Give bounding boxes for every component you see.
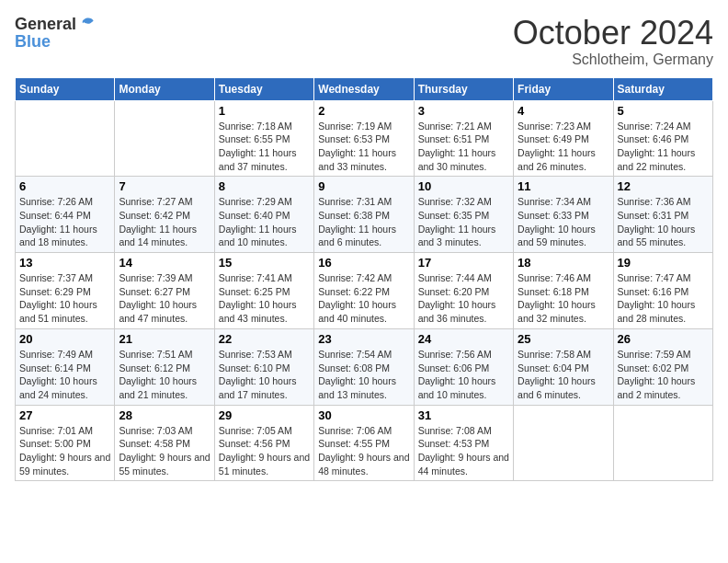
daylight-text: Daylight: 10 hours and 24 minutes. <box>19 375 97 400</box>
calendar-day-cell: 16 Sunrise: 7:42 AM Sunset: 6:22 PM Dayl… <box>314 253 414 329</box>
sunset-text: Sunset: 6:27 PM <box>119 286 190 297</box>
sunset-text: Sunset: 6:12 PM <box>119 362 190 373</box>
weekday-header-thursday: Thursday <box>414 77 513 100</box>
calendar-day-cell: 4 Sunrise: 7:23 AM Sunset: 6:49 PM Dayli… <box>514 100 613 177</box>
weekday-header-saturday: Saturday <box>613 77 712 100</box>
calendar-week-row: 13 Sunrise: 7:37 AM Sunset: 6:29 PM Dayl… <box>16 253 713 329</box>
sunset-text: Sunset: 6:20 PM <box>418 286 490 297</box>
sunrise-text: Sunrise: 7:23 AM <box>518 121 591 132</box>
calendar-day-cell: 30 Sunrise: 7:06 AM Sunset: 4:55 PM Dayl… <box>314 405 414 481</box>
daylight-text: Daylight: 10 hours and 36 minutes. <box>418 299 496 324</box>
daylight-text: Daylight: 9 hours and 48 minutes. <box>318 452 409 477</box>
sunrise-text: Sunrise: 7:46 AM <box>518 272 591 283</box>
title-block: October 2024 Schlotheim, Germany <box>513 15 713 68</box>
sunset-text: Sunset: 6:29 PM <box>19 286 91 297</box>
sunset-text: Sunset: 4:55 PM <box>318 438 390 449</box>
sunrise-text: Sunrise: 7:41 AM <box>219 272 292 283</box>
daylight-text: Daylight: 10 hours and 32 minutes. <box>518 299 596 324</box>
calendar-day-cell: 25 Sunrise: 7:58 AM Sunset: 6:04 PM Dayl… <box>514 328 613 405</box>
calendar-day-cell: 26 Sunrise: 7:59 AM Sunset: 6:02 PM Dayl… <box>613 328 712 405</box>
daylight-text: Daylight: 10 hours and 59 minutes. <box>518 224 596 248</box>
calendar-day-cell: 27 Sunrise: 7:01 AM Sunset: 5:00 PM Dayl… <box>16 405 115 481</box>
day-number: 1 <box>219 104 310 118</box>
sunset-text: Sunset: 6:42 PM <box>119 210 190 221</box>
day-number: 23 <box>318 332 409 346</box>
day-number: 31 <box>418 408 509 422</box>
sunrise-text: Sunrise: 7:21 AM <box>418 121 492 132</box>
day-info: Sunrise: 7:03 AM Sunset: 4:58 PM Dayligh… <box>119 424 210 478</box>
daylight-text: Daylight: 10 hours and 55 minutes. <box>618 224 696 248</box>
day-number: 6 <box>19 179 110 193</box>
day-info: Sunrise: 7:46 AM Sunset: 6:18 PM Dayligh… <box>518 271 609 326</box>
daylight-text: Daylight: 11 hours and 30 minutes. <box>418 147 496 172</box>
daylight-text: Daylight: 10 hours and 40 minutes. <box>318 299 396 324</box>
day-number: 22 <box>219 332 310 346</box>
daylight-text: Daylight: 11 hours and 10 minutes. <box>219 224 297 248</box>
calendar-week-row: 6 Sunrise: 7:26 AM Sunset: 6:44 PM Dayli… <box>16 177 713 253</box>
sunset-text: Sunset: 5:00 PM <box>19 438 91 449</box>
day-info: Sunrise: 7:59 AM Sunset: 6:02 PM Dayligh… <box>618 348 709 402</box>
day-number: 28 <box>119 408 210 422</box>
sunrise-text: Sunrise: 7:53 AM <box>219 349 292 360</box>
day-info: Sunrise: 7:42 AM Sunset: 6:22 PM Dayligh… <box>318 271 409 326</box>
sunrise-text: Sunrise: 7:36 AM <box>618 196 691 207</box>
day-number: 30 <box>318 408 409 422</box>
logo-blue-text: Blue <box>15 33 51 50</box>
daylight-text: Daylight: 9 hours and 44 minutes. <box>418 452 509 477</box>
day-info: Sunrise: 7:39 AM Sunset: 6:27 PM Dayligh… <box>119 271 210 326</box>
sunrise-text: Sunrise: 7:31 AM <box>318 196 392 207</box>
day-number: 25 <box>518 332 609 346</box>
weekday-header-tuesday: Tuesday <box>214 77 313 100</box>
calendar-day-cell <box>514 405 613 481</box>
calendar-day-cell: 29 Sunrise: 7:05 AM Sunset: 4:56 PM Dayl… <box>214 405 313 481</box>
sunrise-text: Sunrise: 7:59 AM <box>618 349 691 360</box>
day-info: Sunrise: 7:44 AM Sunset: 6:20 PM Dayligh… <box>418 271 509 326</box>
calendar-week-row: 20 Sunrise: 7:49 AM Sunset: 6:14 PM Dayl… <box>16 328 713 405</box>
calendar-day-cell: 21 Sunrise: 7:51 AM Sunset: 6:12 PM Dayl… <box>115 328 214 405</box>
calendar-day-cell <box>613 405 712 481</box>
location-title: Schlotheim, Germany <box>513 52 713 68</box>
day-info: Sunrise: 7:53 AM Sunset: 6:10 PM Dayligh… <box>219 348 310 402</box>
daylight-text: Daylight: 9 hours and 59 minutes. <box>19 452 110 477</box>
daylight-text: Daylight: 11 hours and 14 minutes. <box>119 224 197 248</box>
sunset-text: Sunset: 6:38 PM <box>318 210 390 221</box>
sunset-text: Sunset: 6:06 PM <box>418 362 490 373</box>
sunrise-text: Sunrise: 7:26 AM <box>19 196 93 207</box>
calendar-day-cell: 10 Sunrise: 7:32 AM Sunset: 6:35 PM Dayl… <box>414 177 513 253</box>
page-header: General Blue October 2024 Schlotheim, Ge… <box>15 15 713 68</box>
sunrise-text: Sunrise: 7:29 AM <box>219 196 292 207</box>
calendar-day-cell: 8 Sunrise: 7:29 AM Sunset: 6:40 PM Dayli… <box>214 177 313 253</box>
sunset-text: Sunset: 6:08 PM <box>318 362 390 373</box>
sunset-text: Sunset: 6:25 PM <box>219 286 290 297</box>
day-number: 8 <box>219 179 310 193</box>
daylight-text: Daylight: 10 hours and 6 minutes. <box>518 375 596 400</box>
sunrise-text: Sunrise: 7:27 AM <box>119 196 192 207</box>
day-info: Sunrise: 7:32 AM Sunset: 6:35 PM Dayligh… <box>418 195 509 249</box>
sunset-text: Sunset: 6:04 PM <box>518 362 589 373</box>
daylight-text: Daylight: 11 hours and 37 minutes. <box>219 147 297 172</box>
calendar-day-cell: 24 Sunrise: 7:56 AM Sunset: 6:06 PM Dayl… <box>414 328 513 405</box>
calendar-day-cell: 13 Sunrise: 7:37 AM Sunset: 6:29 PM Dayl… <box>16 253 115 329</box>
day-info: Sunrise: 7:01 AM Sunset: 5:00 PM Dayligh… <box>19 424 110 478</box>
day-info: Sunrise: 7:05 AM Sunset: 4:56 PM Dayligh… <box>219 424 310 478</box>
daylight-text: Daylight: 10 hours and 47 minutes. <box>119 299 197 324</box>
calendar-day-cell: 7 Sunrise: 7:27 AM Sunset: 6:42 PM Dayli… <box>115 177 214 253</box>
sunrise-text: Sunrise: 7:06 AM <box>318 425 392 436</box>
calendar-day-cell: 3 Sunrise: 7:21 AM Sunset: 6:51 PM Dayli… <box>414 100 513 177</box>
day-info: Sunrise: 7:31 AM Sunset: 6:38 PM Dayligh… <box>318 195 409 249</box>
calendar-day-cell: 22 Sunrise: 7:53 AM Sunset: 6:10 PM Dayl… <box>214 328 313 405</box>
day-number: 16 <box>318 256 409 270</box>
daylight-text: Daylight: 10 hours and 51 minutes. <box>19 299 97 324</box>
calendar-day-cell: 19 Sunrise: 7:47 AM Sunset: 6:16 PM Dayl… <box>613 253 712 329</box>
sunset-text: Sunset: 4:56 PM <box>219 438 290 449</box>
day-info: Sunrise: 7:08 AM Sunset: 4:53 PM Dayligh… <box>418 424 509 478</box>
daylight-text: Daylight: 11 hours and 26 minutes. <box>518 147 596 172</box>
day-number: 10 <box>418 179 509 193</box>
day-info: Sunrise: 7:29 AM Sunset: 6:40 PM Dayligh… <box>219 195 310 249</box>
daylight-text: Daylight: 10 hours and 43 minutes. <box>219 299 297 324</box>
sunrise-text: Sunrise: 7:49 AM <box>19 349 93 360</box>
month-title: October 2024 <box>513 15 713 52</box>
calendar-day-cell: 15 Sunrise: 7:41 AM Sunset: 6:25 PM Dayl… <box>214 253 313 329</box>
weekday-header-monday: Monday <box>115 77 214 100</box>
day-info: Sunrise: 7:37 AM Sunset: 6:29 PM Dayligh… <box>19 271 110 326</box>
